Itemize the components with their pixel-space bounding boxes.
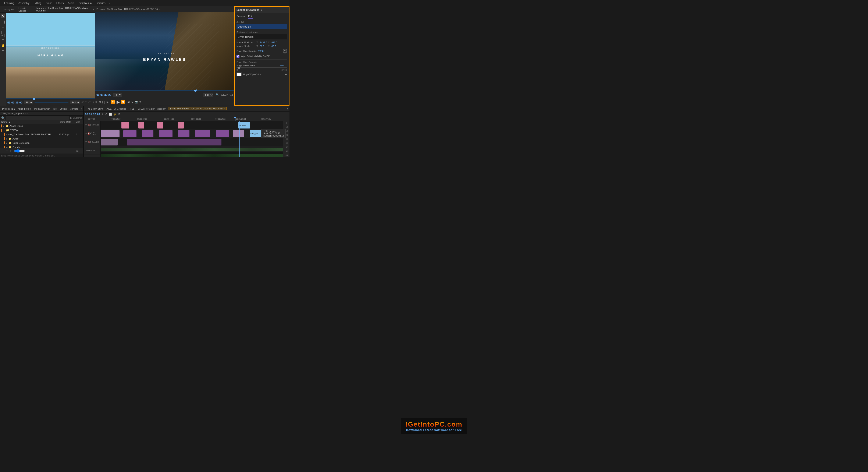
timeline-tool-marker[interactable]: M	[118, 113, 120, 116]
project-search-input[interactable]	[6, 116, 69, 120]
icon-size-slider[interactable]	[14, 149, 25, 153]
transport-step-back[interactable]: ⏪	[111, 100, 115, 104]
firstname-input[interactable]	[237, 34, 287, 39]
tab-edit[interactable]: Edit	[248, 14, 253, 19]
markers-tab[interactable]: Markers	[69, 108, 79, 110]
search-options-icon[interactable]: ⊞	[70, 116, 72, 119]
nav-more-button[interactable]: »	[107, 2, 111, 5]
list-item[interactable]: ▶ 📁 Color Correction	[0, 141, 83, 145]
track-v1-eye-icon[interactable]: 👁	[85, 132, 87, 135]
list-item[interactable]: ▶ 📁 Audio	[0, 137, 83, 141]
master-scale-x[interactable]: 80.0	[260, 45, 267, 48]
timeline-tab-2[interactable]: TSB TRAILER for Color - Meadow	[129, 108, 167, 110]
col-frame-rate[interactable]: Frame Rate	[59, 121, 76, 123]
media-browser-tab[interactable]: Media Browser	[33, 108, 51, 110]
transport-add-btn[interactable]: +	[232, 100, 234, 104]
wipe-falloff-checkbox[interactable]	[237, 55, 240, 58]
clip-broll-7[interactable]	[216, 130, 229, 137]
transport-in-button[interactable]: {	[102, 100, 103, 104]
clip-broll-8[interactable]	[233, 130, 244, 137]
nav-learning[interactable]: Learning	[2, 2, 16, 5]
timeline-tool-ripple[interactable]: ⬜	[108, 113, 112, 116]
tab-reference[interactable]: Reference: The Seam Btwn TRAILER w/ Grap…	[34, 7, 93, 12]
transport-goto-out[interactable]: ⏭	[126, 100, 130, 104]
nav-audio[interactable]: Audio	[66, 2, 77, 5]
effects-tab[interactable]: Effects	[59, 108, 67, 110]
track-v1-mute-icon[interactable]: 🔇	[88, 132, 90, 135]
track-bcam-eye-icon[interactable]: 👁	[85, 141, 87, 143]
project-panel-more[interactable]: »	[81, 108, 82, 110]
reference-fit-select[interactable]: Fit	[24, 100, 33, 104]
clip-broll-2[interactable]	[123, 130, 136, 137]
master-scale-y[interactable]: 80.0	[272, 45, 279, 48]
reference-quality-select[interactable]: Full	[70, 100, 80, 104]
tab-browse[interactable]: Browse	[237, 14, 245, 19]
timeline-tab-3[interactable]: ⊞ The Seam Btwn TRAILER w/ Graphics WEDS…	[168, 107, 227, 110]
new-bin-icon[interactable]: 🗂	[76, 149, 79, 153]
clip-broll-3[interactable]	[142, 130, 153, 137]
transport-loop-button[interactable]: ⟲	[99, 100, 101, 104]
master-position-x[interactable]: 1432.0	[260, 41, 267, 44]
clip-broll-1[interactable]	[101, 130, 120, 137]
nav-effects[interactable]: Effects	[54, 2, 66, 5]
clip-title-3[interactable]	[157, 122, 163, 128]
clip-01-title[interactable]: 01_Titles	[239, 122, 250, 128]
transport-out-button[interactable]: }	[104, 100, 105, 104]
tool-hand[interactable]: ✋	[1, 43, 5, 48]
timeline-ruler[interactable]: 00:00:00 00:00:14:23 00:00:29:23 00:00:4…	[84, 117, 289, 121]
folder-expand-icon[interactable]: ▶	[6, 138, 8, 140]
eyedropper-icon[interactable]: ✒	[285, 73, 287, 76]
folder-expand-icon[interactable]: ▶	[6, 146, 8, 148]
edge-wipe-rotation-value[interactable]: 232.8°	[258, 50, 265, 52]
clip-broll-5[interactable]	[178, 130, 189, 137]
folder-expand-icon[interactable]: ▼	[3, 129, 5, 131]
transport-play-button[interactable]: ▶	[117, 99, 120, 105]
edge-wipe-rotation-dial[interactable]	[283, 49, 287, 53]
timeline-playhead[interactable]	[240, 121, 240, 157]
timeline-tab-1[interactable]: The Seam Btwn TRAILER w/ Graphics	[85, 108, 128, 110]
timeline-tool-track[interactable]: ⟲	[105, 113, 107, 116]
tool-select[interactable]: ↖	[1, 14, 5, 18]
tool-text[interactable]: T	[1, 50, 5, 54]
info-tab[interactable]: Info	[52, 108, 57, 110]
tool-arrow-in[interactable]: →|	[1, 20, 5, 24]
col-name[interactable]: Name ▲	[1, 121, 59, 123]
clip-title-4[interactable]	[178, 122, 184, 128]
tool-slip[interactable]: |↔|	[1, 32, 5, 36]
program-menu-icon[interactable]: ≡	[158, 8, 160, 10]
transport-goto-in[interactable]: ⏮	[106, 100, 110, 104]
nav-graphics[interactable]: Graphics	[76, 2, 93, 5]
nav-editing[interactable]: Editing	[32, 2, 44, 5]
list-item[interactable]: ▶ 📁 For Mix	[0, 145, 83, 148]
clip-bcam-1[interactable]	[101, 139, 118, 145]
footer-icon-view[interactable]: ⊞	[6, 149, 8, 153]
clip-broll-4[interactable]	[159, 130, 172, 137]
edge-falloff-slider[interactable]	[237, 67, 287, 68]
tool-pen[interactable]: ✏	[1, 37, 5, 42]
list-item[interactable]: ▶ 📁 Adobe Stock	[0, 124, 83, 128]
transport-markers-button[interactable]: ⊞	[95, 100, 97, 104]
clip-title-2[interactable]	[138, 122, 144, 128]
slider-thumb[interactable]	[238, 67, 240, 69]
timeline-tool-select[interactable]: ↖	[101, 113, 104, 116]
nav-assembly[interactable]: Assembly	[16, 2, 32, 5]
clip-broll-6[interactable]	[195, 130, 210, 137]
essential-graphics-menu[interactable]: ≡	[261, 9, 262, 11]
footer-list-view[interactable]: ☰	[1, 149, 4, 153]
list-item[interactable]: ▼ 📁 **SEQs	[0, 128, 83, 132]
project-tab[interactable]: Project: TSB_Trailer_project	[1, 108, 32, 110]
new-item-icon[interactable]: +	[80, 149, 82, 153]
transport-camera-btn[interactable]: 📷	[134, 100, 138, 104]
folder-expand-icon[interactable]: ▶	[3, 125, 5, 127]
program-fit-select[interactable]: Fit	[113, 93, 122, 97]
panel-more-button[interactable]: »	[93, 8, 94, 11]
tool-move[interactable]: ✛	[1, 26, 5, 30]
nav-libraries[interactable]: Libraries	[94, 2, 107, 5]
footer-freeform-view[interactable]: ⊡	[10, 149, 12, 153]
program-add-button[interactable]: +	[231, 8, 233, 10]
timeline-tool-snap[interactable]: ⚡	[113, 113, 117, 116]
folder-expand-icon[interactable]: ▶	[6, 142, 8, 144]
timeline-add-button[interactable]: +	[287, 108, 288, 110]
master-position-y[interactable]: 818.0	[272, 41, 279, 44]
col-med[interactable]: Med	[76, 121, 82, 123]
